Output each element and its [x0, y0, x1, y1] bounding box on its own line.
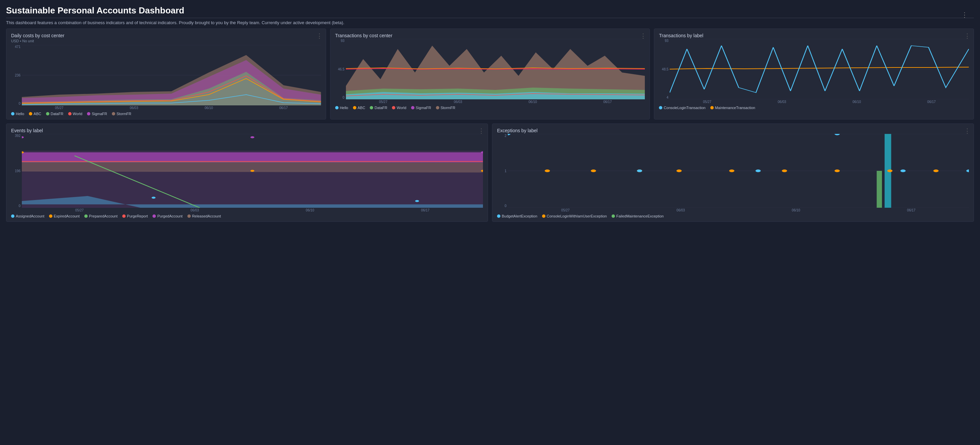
events-label-panel: Events by label ⋮ 392 196 0: [6, 124, 488, 222]
svg-point-41: [835, 169, 840, 172]
exceptions-label-menu[interactable]: ⋮: [964, 127, 970, 135]
svg-point-40: [782, 169, 787, 172]
transactions-cost-legend: Hello ABC DataFR World SigmaFR StormFR: [335, 106, 645, 110]
events-label-legend: AssignedAccount ExpiredAccount PreparedA…: [11, 214, 483, 218]
events-label-y-axis: 392 196 0: [11, 134, 22, 208]
events-label-title: Events by label: [11, 128, 483, 133]
svg-point-35: [545, 169, 550, 172]
svg-point-27: [22, 136, 24, 138]
header: Sustainable Personal Accounts Dashboard …: [6, 5, 974, 25]
daily-costs-chart: [22, 45, 321, 105]
svg-point-38: [676, 169, 682, 172]
exceptions-label-chart: [508, 134, 969, 208]
transactions-label-y-axis: 93 48.5 4: [659, 39, 670, 99]
svg-point-46: [755, 169, 761, 172]
dashboard-title: Sustainable Personal Accounts Dashboard: [6, 5, 974, 16]
transactions-cost-title: Transactions by cost center: [335, 33, 645, 38]
legend-world: World: [68, 112, 83, 116]
svg-point-47: [835, 134, 840, 135]
daily-costs-title: Daily costs by cost center: [11, 33, 321, 38]
svg-point-26: [415, 200, 419, 202]
dashboard: Sustainable Personal Accounts Dashboard …: [0, 0, 980, 226]
transactions-label-panel: Transactions by label ⋮ 93 48.5 4: [654, 29, 974, 119]
transactions-cost-chart: [346, 39, 645, 99]
charts-bottom-row: Events by label ⋮ 392 196 0: [6, 124, 974, 222]
transactions-cost-panel: Transactions by cost center ⋮ 93 46.5 0: [330, 29, 650, 119]
svg-rect-33: [877, 171, 882, 208]
svg-point-49: [966, 169, 969, 172]
exceptions-label-panel: Exceptions by label ⋮ 2 1 0: [492, 124, 974, 222]
daily-costs-y-axis: 471 236 0: [11, 45, 22, 105]
legend-stormfr: StormFR: [112, 112, 131, 116]
svg-point-39: [729, 169, 735, 172]
transactions-label-chart: [670, 39, 969, 99]
transactions-label-menu[interactable]: ⋮: [964, 32, 970, 40]
legend-abc: ABC: [29, 112, 41, 116]
transactions-cost-menu[interactable]: ⋮: [640, 32, 646, 40]
transactions-label-title: Transactions by label: [659, 33, 969, 38]
transactions-cost-y-axis: 93 46.5 0: [335, 39, 346, 99]
header-menu-icon[interactable]: ⋮: [961, 11, 968, 19]
svg-point-23: [251, 170, 255, 172]
svg-point-43: [933, 169, 939, 172]
exceptions-label-y-axis: 2 1 0: [497, 134, 508, 208]
dashboard-description: This dashboard features a combination of…: [6, 20, 974, 25]
events-label-menu[interactable]: ⋮: [478, 127, 484, 135]
daily-costs-legend: Hello ABC DataFR World SigmaFR: [11, 112, 321, 116]
charts-top-row: Daily costs by cost center USD • No unit…: [6, 29, 974, 119]
daily-costs-menu[interactable]: ⋮: [317, 32, 322, 40]
svg-point-28: [251, 136, 255, 138]
exceptions-label-legend: BudgetAlertException ConsoleLoginWithIam…: [497, 214, 969, 218]
legend-sigmafr: SigmaFR: [87, 112, 107, 116]
transactions-label-legend: ConsoleLoginTransaction MaintenanceTrans…: [659, 106, 969, 110]
svg-point-36: [591, 169, 596, 172]
events-label-chart: [22, 134, 483, 208]
svg-point-25: [151, 197, 156, 199]
svg-point-45: [637, 169, 642, 172]
legend-datafr: DataFR: [46, 112, 64, 116]
svg-point-42: [887, 169, 892, 172]
svg-point-44: [508, 134, 511, 135]
daily-costs-subtitle: USD • No unit: [11, 39, 321, 43]
svg-point-48: [900, 169, 906, 172]
exceptions-label-title: Exceptions by label: [497, 128, 969, 133]
legend-hello: Hello: [11, 112, 24, 116]
daily-costs-panel: Daily costs by cost center USD • No unit…: [6, 29, 326, 119]
